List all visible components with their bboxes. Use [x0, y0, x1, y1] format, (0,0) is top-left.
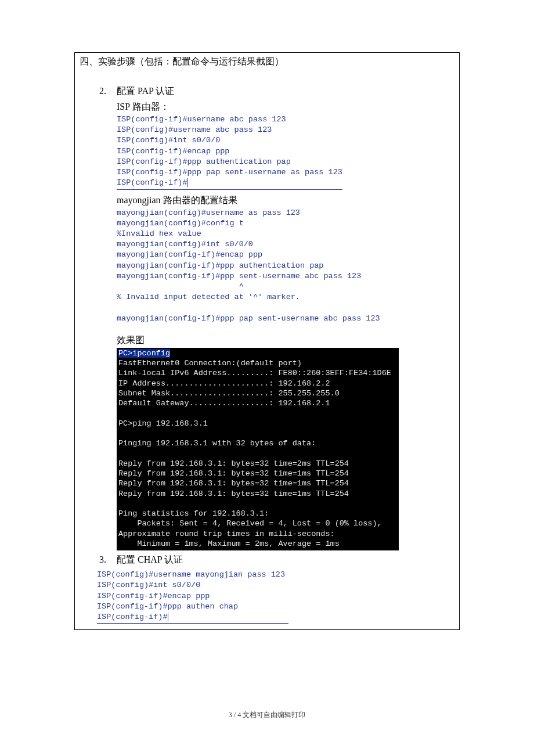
document-frame: 四、实验步骤（包括：配置命令与运行结果截图） 2. 配置 PAP 认证 ISP … — [74, 52, 460, 630]
cursor-icon — [168, 613, 168, 621]
list-item-3: 3. 配置 CHAP 认证 — [99, 554, 454, 566]
list-item-2: 2. 配置 PAP 认证 — [99, 85, 454, 98]
terminal-body: FastEthernet0 Connection:(default port) … — [118, 359, 391, 548]
terminal-output: PC>ipconfig FastEthernet0 Connection:(de… — [117, 348, 399, 550]
chap-cli-text: ISP(config)#username mayongjian pass 123… — [97, 570, 285, 621]
item-title: 配置 CHAP 认证 — [117, 554, 183, 566]
section-title: 四、实验步骤（包括：配置命令与运行结果截图） — [80, 56, 454, 68]
mayongjian-label: mayongjian 路由器的配置结果 — [117, 195, 454, 207]
isp-router-label: ISP 路由器： — [117, 101, 454, 113]
page-footer: 3 / 4 文档可自由编辑打印 — [0, 710, 534, 720]
item-number: 3. — [99, 555, 117, 565]
result-label: 效果图 — [117, 334, 454, 347]
isp-cli-text: ISP(config-if)#username abc pass 123 ISP… — [117, 115, 342, 187]
terminal-first-line: PC>ipconfig — [118, 349, 170, 358]
item-title: 配置 PAP 认证 — [117, 85, 174, 98]
isp-cli-block: ISP(config-if)#username abc pass 123 ISP… — [117, 114, 342, 190]
page: 四、实验步骤（包括：配置命令与运行结果截图） 2. 配置 PAP 认证 ISP … — [0, 0, 534, 756]
item-number: 2. — [99, 86, 117, 96]
mayongjian-cli-block: mayongjian(config)#username as pass 123 … — [117, 208, 454, 324]
cursor-icon — [187, 178, 188, 187]
chap-cli-block: ISP(config)#username mayongjian pass 123… — [97, 570, 288, 624]
